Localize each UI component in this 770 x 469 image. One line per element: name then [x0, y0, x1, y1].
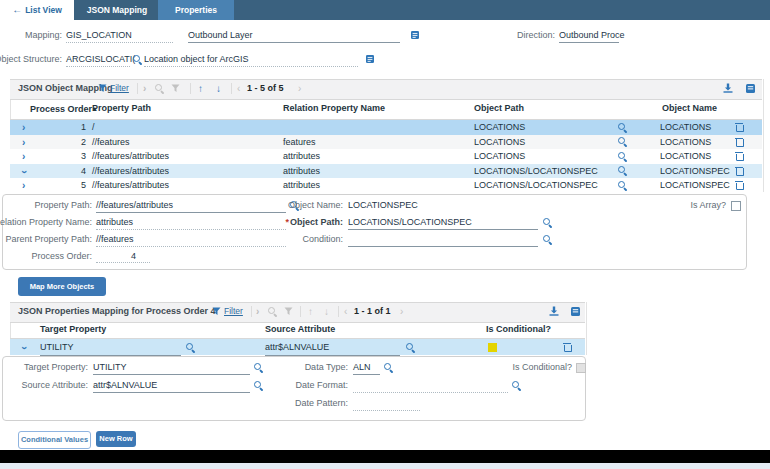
- tab-properties[interactable]: Properties: [158, 0, 234, 20]
- target-property-field[interactable]: UTILITY: [93, 361, 250, 375]
- filter-funnel-icon[interactable]: [212, 307, 221, 316]
- conditional-values-button[interactable]: Conditional Values: [18, 431, 91, 449]
- column-header-is-conditional[interactable]: Is Conditional?: [486, 320, 551, 338]
- search-icon[interactable]: [512, 381, 522, 391]
- open-filter-row-icon[interactable]: [143, 82, 146, 96]
- filter-link[interactable]: Filter: [110, 79, 129, 98]
- table-row[interactable]: 5 //features/attributes attributes LOCAT…: [10, 178, 762, 193]
- filter-link[interactable]: Filter: [224, 302, 243, 321]
- column-header-source-attribute[interactable]: Source Attribute: [265, 320, 335, 338]
- object-structure-description-field[interactable]: Location object for ArcGIS: [144, 53, 358, 67]
- collapse-chevron-icon[interactable]: [17, 346, 31, 349]
- move-row-down-icon[interactable]: ↓: [324, 302, 329, 321]
- column-header-relation[interactable]: Relation Property Name: [283, 98, 385, 119]
- download-icon[interactable]: [549, 306, 559, 316]
- previous-page-icon[interactable]: ‹: [237, 79, 240, 98]
- cell-object-path-field[interactable]: LOCATIONS/LOCATIONSPEC: [474, 164, 611, 180]
- column-header-object-path[interactable]: Object Path: [474, 98, 524, 119]
- cell-object-path[interactable]: LOCATIONS: [474, 120, 611, 135]
- parent-property-path-field[interactable]: //features: [96, 233, 286, 247]
- search-icon[interactable]: [155, 84, 165, 94]
- data-type-field[interactable]: ALN: [353, 361, 380, 375]
- back-to-list-view-tab[interactable]: ←List View: [0, 0, 74, 20]
- delete-row-icon[interactable]: [735, 166, 743, 176]
- move-row-up-icon[interactable]: ↑: [198, 79, 203, 98]
- collapse-chevron-icon[interactable]: [17, 170, 31, 173]
- column-header-object-name[interactable]: Object Name: [662, 98, 717, 119]
- expand-chevron-icon[interactable]: [22, 150, 25, 164]
- mapping-field[interactable]: GIS_LOCATION: [66, 29, 173, 43]
- tab-json-mapping[interactable]: JSON Mapping: [76, 0, 158, 20]
- condition-field[interactable]: [348, 233, 538, 247]
- filter-funnel-icon[interactable]: [98, 84, 107, 93]
- date-format-field[interactable]: [353, 379, 508, 393]
- previous-page-icon[interactable]: ‹: [344, 302, 347, 321]
- source-attribute-field[interactable]: attr$ALNVALUE: [93, 379, 250, 393]
- search-icon[interactable]: [543, 218, 553, 228]
- column-header-target-property[interactable]: Target Property: [40, 320, 106, 338]
- table-row[interactable]: 2 //features features LOCATIONS LOCATION…: [10, 135, 762, 150]
- next-page-icon[interactable]: ›: [400, 302, 403, 321]
- search-icon[interactable]: [254, 381, 264, 391]
- search-icon[interactable]: [268, 307, 278, 317]
- expand-chevron-icon[interactable]: [22, 136, 25, 150]
- move-row-down-icon[interactable]: ↓: [216, 79, 221, 98]
- relation-property-name-field[interactable]: attributes: [96, 216, 286, 230]
- cell-target-property-field[interactable]: UTILITY: [40, 339, 181, 356]
- table-row-expanded[interactable]: UTILITY attr$ALNVALUE: [10, 339, 585, 355]
- cell-object-name: LOCATIONS: [660, 149, 711, 164]
- search-icon[interactable]: [618, 137, 628, 147]
- search-icon[interactable]: [618, 166, 628, 176]
- object-structure-field[interactable]: ARCGISLOCATI(: [66, 53, 130, 67]
- table-row[interactable]: 3 //features/attributes attributes LOCAT…: [10, 149, 762, 164]
- delete-row-icon[interactable]: [563, 342, 571, 352]
- expand-chevron-icon[interactable]: [22, 121, 25, 135]
- object-path-field[interactable]: LOCATIONS/LOCATIONSPEC: [348, 216, 538, 230]
- search-icon[interactable]: [618, 123, 628, 133]
- delete-row-icon[interactable]: [735, 137, 743, 147]
- map-more-objects-button[interactable]: Map More Objects: [18, 277, 106, 296]
- process-order-field[interactable]: 4: [96, 250, 150, 263]
- new-row-button[interactable]: New Row: [96, 431, 136, 447]
- clear-filter-icon[interactable]: [171, 84, 180, 93]
- back-tab-label: List View: [25, 5, 62, 15]
- search-icon[interactable]: [384, 363, 394, 373]
- cell-relation: attributes: [283, 178, 320, 193]
- delete-row-icon[interactable]: [735, 122, 743, 132]
- open-filter-row-icon[interactable]: [256, 305, 259, 319]
- search-icon[interactable]: [543, 235, 553, 245]
- cell-object-path[interactable]: LOCATIONS/LOCATIONSPEC: [474, 178, 611, 193]
- long-description-icon[interactable]: [366, 55, 374, 63]
- cell-object-path[interactable]: LOCATIONS: [474, 149, 611, 164]
- table-settings-icon[interactable]: [746, 84, 755, 93]
- is-array-checkbox[interactable]: [731, 201, 741, 211]
- search-icon[interactable]: [133, 55, 143, 65]
- date-pattern-field[interactable]: [353, 397, 420, 411]
- direction-field[interactable]: Outbound Proce: [559, 29, 619, 43]
- delete-row-icon[interactable]: [735, 151, 743, 161]
- search-icon[interactable]: [618, 181, 628, 191]
- table-row[interactable]: 1 / LOCATIONS LOCATIONS: [10, 120, 762, 135]
- table-row-expanded[interactable]: 4 //features/attributes attributes LOCAT…: [10, 164, 762, 179]
- column-header-property-path[interactable]: Property Path: [92, 98, 151, 119]
- download-icon[interactable]: [723, 83, 733, 93]
- mapping-description-field[interactable]: Outbound Layer: [188, 29, 400, 43]
- delete-row-icon[interactable]: [735, 180, 743, 190]
- search-icon[interactable]: [618, 152, 628, 162]
- search-icon[interactable]: [254, 363, 264, 373]
- next-page-icon[interactable]: ›: [298, 79, 301, 98]
- table-settings-icon[interactable]: [571, 307, 580, 316]
- move-row-up-icon[interactable]: ↑: [308, 302, 313, 321]
- expand-chevron-icon[interactable]: [22, 179, 25, 193]
- cell-object-path[interactable]: LOCATIONS: [474, 135, 611, 150]
- column-header-process-order[interactable]: Process Order▴: [30, 98, 88, 120]
- toolbar-separator: [137, 83, 138, 94]
- long-description-icon[interactable]: [411, 31, 419, 39]
- search-icon[interactable]: [186, 343, 196, 353]
- property-path-field[interactable]: //features/attributes: [96, 199, 286, 213]
- search-icon[interactable]: [406, 343, 416, 353]
- is-conditional-indicator[interactable]: [488, 343, 497, 352]
- cell-source-attribute-field[interactable]: attr$ALNVALUE: [265, 339, 400, 356]
- clear-filter-icon[interactable]: [284, 307, 293, 316]
- is-conditional-checkbox[interactable]: [576, 363, 586, 373]
